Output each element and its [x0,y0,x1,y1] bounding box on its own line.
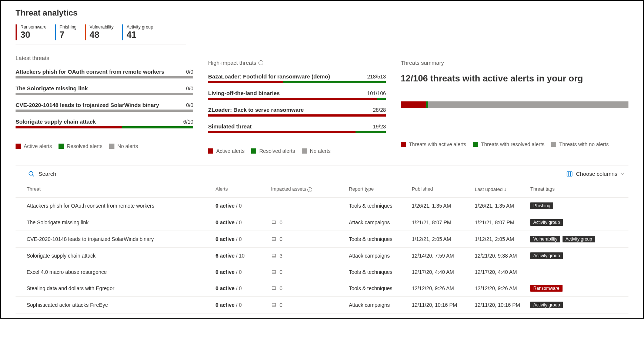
info-icon[interactable]: i [258,60,263,65]
panel-title-latest: Latest threats [16,55,193,61]
cell-updated: 12/12/20, 9:26 AM [471,280,527,296]
search-icon [28,171,35,177]
col-header-tags[interactable]: Threat tags [527,182,628,198]
info-icon[interactable]: i [307,187,312,192]
threat-item[interactable]: Simulated threat 19/23 [208,123,386,133]
panel-title-summary: Threats summary [401,55,628,66]
panel-summary: Threats summary 12/106 threats with acti… [401,52,628,154]
cell-type: Tools & techniques [345,264,408,280]
separator [16,165,628,165]
kpi-activity-group[interactable]: Activity group41 [122,24,161,40]
search-input[interactable]: Search [19,171,56,177]
device-icon [271,236,277,241]
table-row[interactable]: Solorigate supply chain attack 6 active … [16,247,628,264]
threat-item[interactable]: BazaLoader: Foothold for ransomware (dem… [208,73,386,83]
chevron-down-icon [620,172,625,176]
cell-threat: Excel 4.0 macro abuse resurgence [16,264,212,280]
kpi-row: Ransomware30Phishing7Vulnerability48Acti… [16,24,186,44]
cell-updated: 12/17/20, 4:40 AM [471,264,527,280]
cell-published: 1/12/21, 2:05 AM [408,231,471,247]
cell-assets: 3 [267,247,345,264]
threat-tag: Activity group [530,252,563,259]
threat-name: CVE-2020-10148 leads to trojanized Solar… [16,102,159,108]
threat-ratio: 218/513 [367,74,386,80]
kpi-label: Ransomware [20,24,47,30]
legend-none: No alerts [117,143,138,149]
threat-item[interactable]: The Solorigate missing link 0/0 [16,85,193,95]
legend-active: Active alerts [24,143,52,149]
threat-item[interactable]: Living-off-the-land binaries 101/106 [208,90,386,100]
cell-published: 12/17/20, 4:40 AM [408,264,471,280]
assets-value: 0 [280,219,283,225]
columns-icon [566,171,573,177]
swatch-none-icon [302,148,307,154]
legend-latest: Active alerts Resolved alerts No alerts [16,143,193,149]
threat-item[interactable]: ZLoader: Back to serve ransomware 28/28 [208,107,386,117]
kpi-ransomware[interactable]: Ransomware30 [16,24,55,40]
swatch-resolved-icon [251,148,256,154]
legend-summary-resolved: Threats with resolved alerts [481,141,544,147]
svg-point-0 [29,171,33,175]
table-row[interactable]: Stealing data and dollars with Egregor 0… [16,280,628,296]
col-header-updated[interactable]: Last updated ↓ [471,182,527,198]
cell-tags: Activity group [527,247,628,264]
cell-alerts: 0 active / 0 [212,280,267,296]
cell-alerts: 0 active / 0 [212,264,267,280]
cell-type: Attack campaigns [345,247,408,264]
cell-assets: 0 [267,231,345,247]
threat-name: ZLoader: Back to serve ransomware [208,107,304,113]
table-row[interactable]: Sophisticated actor attacks FireEye 0 ac… [16,296,628,313]
threat-bar [208,81,386,83]
threat-item[interactable]: Solorigate supply chain attack 6/10 [16,118,193,128]
legend-resolved: Resolved alerts [67,143,103,149]
threat-item[interactable]: Attackers phish for OAuth consent from r… [16,68,193,78]
table-row[interactable]: CVE-2020-10148 leads to trojanized Solar… [16,231,628,247]
kpi-phishing[interactable]: Phishing7 [55,24,85,40]
device-icon [271,253,277,258]
swatch-resolved-icon [473,142,478,147]
cell-published: 1/26/21, 1:35 AM [408,197,471,214]
threats-table: Threat Alerts Impacted assets i Report t… [16,182,628,313]
threat-ratio: 0/0 [186,102,193,108]
swatch-active-icon [208,148,213,154]
kpi-vulnerability[interactable]: Vulnerability48 [85,24,122,40]
col-header-assets[interactable]: Impacted assets i [267,182,345,198]
cell-tags: Activity group [527,296,628,313]
table-row[interactable]: Excel 4.0 macro abuse resurgence 0 activ… [16,264,628,280]
sort-descending-icon: ↓ [504,186,507,192]
col-header-type[interactable]: Report type [345,182,408,198]
threat-ratio: 0/0 [186,85,193,91]
device-icon [271,286,277,291]
assets-value: 0 [280,302,283,308]
col-header-published[interactable]: Published [408,182,471,198]
cell-threat: Stealing data and dollars with Egregor [16,280,212,296]
legend-active: Active alerts [216,148,244,154]
swatch-active-icon [16,144,21,149]
threat-ratio: 28/28 [373,107,386,113]
threat-bar [208,114,386,117]
table-row[interactable]: The Solorigate missing link 0 active / 0… [16,214,628,231]
page-title: Threat analytics [16,8,628,18]
cell-assets: 0 [267,280,345,296]
cell-type: Tools & techniques [345,197,408,214]
col-header-threat[interactable]: Threat [16,182,212,198]
high-impact-title-text: High-impact threats [208,60,256,66]
threat-ratio: 19/23 [373,124,386,130]
svg-rect-2 [567,172,573,176]
kpi-value: 7 [60,30,77,40]
svg-rect-13 [272,287,276,289]
threat-name: Simulated threat [208,123,252,130]
swatch-resolved-icon [59,144,64,149]
threat-bar [16,76,193,78]
swatch-none-icon [551,142,556,147]
table-row[interactable]: Attackers phish for OAuth consent from r… [16,197,628,214]
threat-item[interactable]: CVE-2020-10148 leads to trojanized Solar… [16,102,193,112]
kpi-label: Activity group [127,24,153,30]
threat-name: BazaLoader: Foothold for ransomware (dem… [208,73,330,80]
svg-rect-9 [272,254,276,257]
kpi-label: Vulnerability [90,24,114,30]
col-header-alerts[interactable]: Alerts [212,182,267,198]
cell-tags [527,264,628,280]
threat-tag: Activity group [530,219,563,226]
choose-columns-button[interactable]: Choose columns [566,171,625,177]
